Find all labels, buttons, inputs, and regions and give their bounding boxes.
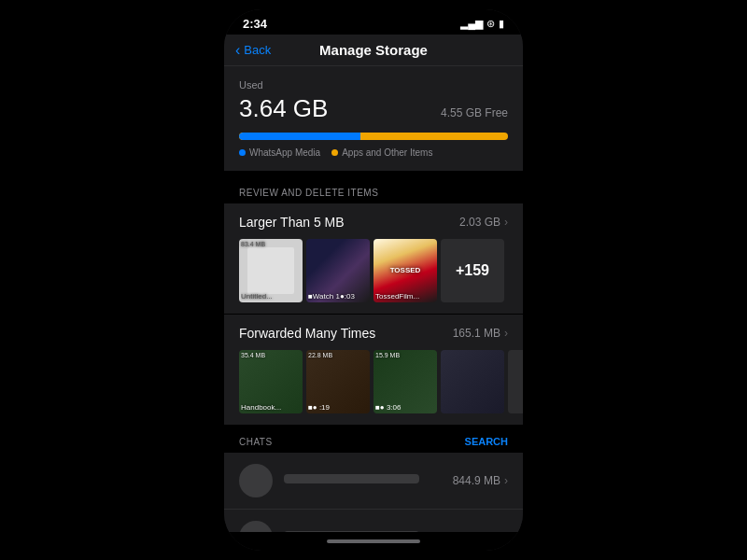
chevron-right-icon: › (504, 216, 508, 229)
back-chevron-icon: ‹ (235, 42, 240, 59)
fwd-thumb-1-size: 35.4 MB (241, 352, 265, 358)
legend-whatsapp-label: WhatsApp Media (249, 147, 320, 158)
home-indicator (224, 532, 523, 551)
thumb-2-label: ■Watch 1●:03 (308, 292, 368, 301)
chat-avatar-1 (239, 464, 273, 497)
fwd-size: 165.1 MB (453, 327, 500, 340)
larger-size: 2.03 GB (459, 216, 500, 229)
fwd-thumb-4 (441, 350, 504, 413)
chats-header: CHATS SEARCH (224, 427, 523, 453)
wifi-icon: ⊛ (486, 18, 495, 30)
review-section-header: REVIEW AND DELETE ITEMS (224, 178, 523, 203)
apps-dot (331, 149, 338, 156)
fwd-thumb-2: 22.8 MB ■● :19 (306, 350, 370, 413)
chat-item-2[interactable]: 559.7 MB › (224, 510, 523, 532)
storage-overview: Used 3.64 GB 4.55 GB Free WhatsApp Media… (224, 66, 523, 171)
thumb-1-size: 83.4 MB (241, 241, 265, 247)
fwd-title: Forwarded Many Times (239, 326, 375, 341)
battery-icon: ▮ (499, 18, 504, 30)
thumb-overflow-1: +159 (441, 239, 504, 302)
chat-info-1 (284, 474, 453, 487)
chats-section: CHATS SEARCH 844.9 MB › 559.7 (224, 427, 523, 532)
fwd-overflow: +75 (508, 350, 523, 413)
storage-row: 3.64 GB 4.55 GB Free (239, 94, 508, 123)
chats-title: CHATS (239, 437, 273, 447)
fwd-thumb-3: 15.9 MB ■● 3:06 (374, 350, 437, 413)
chat-1-chevron-icon: › (504, 474, 508, 487)
thumb-1: 83.4 MB Untitled... (239, 239, 303, 302)
status-icons: ▂▄▆ ⊛ ▮ (460, 18, 504, 30)
thumb-2: ■Watch 1●:03 (306, 239, 370, 302)
fwd-thumb-3-video-icon: ■● 3:06 (375, 403, 401, 412)
search-button[interactable]: SEARCH (465, 436, 508, 447)
chat-size-1-label: 844.9 MB (453, 474, 500, 487)
free-amount: 4.55 GB Free (441, 106, 508, 119)
larger-thumbnails: 83.4 MB Untitled... ■Watch 1●:03 TOSSED … (239, 239, 508, 302)
legend-whatsapp: WhatsApp Media (239, 147, 320, 158)
fwd-thumb-2-video-icon: ■● :19 (308, 403, 330, 412)
fwd-thumb-1: 35.4 MB Handbook... (239, 350, 303, 413)
back-label: Back (244, 43, 271, 57)
larger-than-5mb-item[interactable]: Larger Than 5 MB 2.03 GB › 83.4 MB Untit… (224, 203, 523, 314)
fwd-thumbnails: 35.4 MB Handbook... 22.8 MB ■● :19 15.9 … (239, 350, 508, 413)
signal-icon: ▂▄▆ (460, 18, 483, 30)
chat-name-bar-1 (284, 474, 419, 483)
legend: WhatsApp Media Apps and Other Items (239, 147, 508, 158)
forwarded-many-times-item[interactable]: Forwarded Many Times 165.1 MB › 35.4 MB … (224, 315, 523, 425)
item-header: Larger Than 5 MB 2.03 GB › (239, 215, 508, 230)
thumb-1-label: Untitled... (241, 292, 301, 301)
phone-frame: 2:34 ▂▄▆ ⊛ ▮ ‹ Back Manage Storage Used … (224, 9, 523, 551)
larger-size-row: 2.03 GB › (459, 216, 508, 229)
page-title: Manage Storage (319, 42, 428, 58)
nav-bar: ‹ Back Manage Storage (224, 35, 523, 66)
thumb-3-label: TossedFilm... (375, 292, 435, 301)
chat-item-1[interactable]: 844.9 MB › (224, 453, 523, 510)
fwd-chevron-icon: › (504, 327, 508, 340)
back-button[interactable]: ‹ Back (235, 42, 271, 59)
used-label: Used (239, 79, 508, 91)
legend-apps-label: Apps and Other Items (342, 147, 432, 158)
chat-avatar-2 (239, 521, 273, 532)
thumb-3: TOSSED TossedFilm... (374, 239, 437, 302)
used-amount: 3.64 GB (239, 94, 328, 123)
whatsapp-dot (239, 149, 246, 156)
status-bar: 2:34 ▂▄▆ ⊛ ▮ (224, 9, 523, 35)
chat-size-1: 844.9 MB › (453, 474, 508, 487)
fwd-item-header: Forwarded Many Times 165.1 MB › (239, 326, 508, 341)
fwd-thumb-2-size: 22.8 MB (308, 352, 332, 358)
whatsapp-media-bar (239, 133, 360, 140)
progress-bar-track (239, 133, 508, 140)
fwd-thumb-3-size: 15.9 MB (375, 352, 400, 358)
thumb-overflow-count-1: +159 (456, 262, 489, 279)
fwd-size-row: 165.1 MB › (453, 327, 508, 340)
fwd-thumb-1-label: Handbook... (241, 403, 301, 412)
home-bar (327, 539, 420, 543)
main-content: Used 3.64 GB 4.55 GB Free WhatsApp Media… (224, 66, 523, 532)
status-time: 2:34 (243, 17, 267, 31)
larger-title: Larger Than 5 MB (239, 215, 345, 230)
legend-apps: Apps and Other Items (331, 147, 432, 158)
